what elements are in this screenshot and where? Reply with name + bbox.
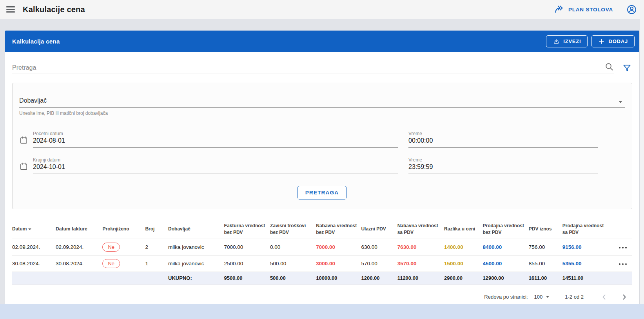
status-badge: Ne: [102, 243, 120, 252]
column-label: Prodajna vrednost sa PDV: [562, 223, 604, 235]
card-body: Dobavljač Unesite ime, PIB ili matični b…: [5, 52, 639, 309]
column-label: Datum: [12, 226, 27, 232]
end-time-label: Vreme: [408, 157, 598, 163]
total-cell-actions: [610, 272, 632, 284]
total-cell-nabavna-vrednost-bez-pdv: 10000.00: [316, 272, 361, 284]
column-label: Ulazni PDV: [361, 226, 386, 232]
column-label: Razlika u ceni: [444, 226, 475, 232]
plan-stolova-label: PLAN STOLOVA: [568, 7, 613, 13]
export-button[interactable]: IZVEZI: [546, 35, 588, 47]
cell-dobavljac: milka jovanovic: [168, 239, 224, 255]
sort-desc-icon: [28, 228, 31, 230]
chevron-down-icon: [619, 101, 622, 103]
end-time-row: Vreme: [408, 157, 598, 174]
table-row: 02.09.2024.02.09.2024.Ne2milka jovanovic…: [12, 239, 632, 255]
column-header-nabavna-vrednost-sa-pdv: Nabavna vrednost sa PDV: [397, 220, 444, 239]
cell-razlika-u-ceni: 1400.00: [444, 239, 483, 255]
column-label: Fakturna vrednost bez PDV: [224, 223, 265, 235]
calendar-icon[interactable]: [19, 162, 29, 172]
row-actions-button[interactable]: [619, 262, 629, 267]
rows-per-page-select[interactable]: 100: [534, 294, 550, 300]
total-cell-broj: [145, 272, 168, 284]
column-label: Proknjiženo: [102, 226, 129, 232]
export-label: IZVEZI: [563, 38, 581, 44]
cell-nabavna-vrednost-bez-pdv: 7000.00: [316, 239, 361, 255]
column-label: Zavisni troškovi bez PDV: [270, 223, 306, 235]
column-header-datum[interactable]: Datum: [12, 220, 56, 239]
plus-icon: [598, 38, 605, 45]
page-range-label: 1-2 od 2: [565, 294, 584, 300]
total-cell-razlika-u-ceni: 2900.00: [444, 272, 483, 284]
start-date-field: Početni datum: [33, 131, 398, 148]
column-label: Broj: [145, 226, 154, 232]
date-time-grid: Početni datum Vreme: [19, 121, 625, 174]
rows-per-page-value: 100: [534, 294, 543, 300]
supplier-label: Dobavljač: [19, 97, 619, 104]
filter-funnel-icon[interactable]: [622, 63, 632, 74]
start-time-row: Vreme: [408, 131, 598, 148]
cell-actions: [610, 255, 632, 272]
cell-datum: 30.08.2024.: [12, 255, 56, 272]
next-page-button[interactable]: [618, 291, 631, 303]
supplier-hint: Unesite ime, PIB ili matični broj dobavl…: [19, 111, 625, 116]
end-date-field: Krajnji datum: [33, 157, 398, 174]
cell-prodajna-vrednost-bez-pdv: 8400.00: [483, 239, 529, 255]
column-label: Prodajna vrednost bez PDV: [483, 223, 524, 235]
user-avatar-icon[interactable]: [626, 4, 637, 15]
cell-prodajna-vrednost-sa-pdv: 9156.00: [562, 239, 610, 255]
total-cell-fakturna-vrednost-bez-pdv: 9500.00: [224, 272, 270, 284]
cell-proknjizeno: Ne: [102, 239, 145, 255]
search-input[interactable]: [12, 64, 602, 71]
supplier-select[interactable]: Dobavljač: [19, 91, 625, 108]
cell-razlika-u-ceni: 1500.00: [444, 255, 483, 272]
total-cell-dobavljac: UKUPNO:: [168, 272, 224, 284]
total-cell-datum-fakture: [56, 272, 102, 284]
scrollbar-track[interactable]: [640, 0, 644, 319]
plan-stolova-link[interactable]: PLAN STOLOVA: [554, 5, 613, 14]
cell-nabavna-vrednost-sa-pdv: 7630.00: [397, 239, 444, 255]
cell-fakturna-vrednost-bez-pdv: 2500.00: [224, 255, 270, 272]
total-cell-datum: [12, 272, 56, 284]
chevron-down-icon: [546, 296, 549, 298]
chevron-right-icon: [620, 292, 629, 302]
add-button[interactable]: DODAJ: [591, 35, 635, 47]
results-table: DatumDatum faktureProknjiženoBrojDobavlj…: [12, 220, 632, 285]
calendar-icon[interactable]: [19, 136, 29, 146]
cell-dobavljac: milka jovanovic: [168, 255, 224, 272]
panel-actions: PRETRAGA: [19, 186, 625, 199]
page-title: Kalkulacije cena: [23, 5, 85, 14]
status-badge: Ne: [102, 259, 120, 268]
topbar-actions: PLAN STOLOVA: [554, 4, 637, 15]
bottom-accent-strip: [0, 304, 644, 319]
card-header-actions: IZVEZI DODAJ: [546, 35, 635, 47]
start-time-input[interactable]: [408, 137, 598, 144]
search-field: [12, 62, 614, 74]
cell-nabavna-vrednost-bez-pdv: 3000.00: [316, 255, 361, 272]
end-date-input[interactable]: [33, 163, 398, 170]
row-actions-button[interactable]: [619, 245, 629, 250]
column-header-proknjizeno: Proknjiženo: [102, 220, 145, 239]
cell-datum-fakture: 02.09.2024.: [56, 239, 102, 255]
end-date-row: Krajnji datum: [19, 157, 398, 174]
download-icon: [553, 38, 560, 45]
cell-datum: 02.09.2024.: [12, 239, 56, 255]
hamburger-menu-icon[interactable]: [4, 3, 17, 16]
cell-prodajna-vrednost-sa-pdv: 5355.00: [562, 255, 610, 272]
cell-prodajna-vrednost-bez-pdv: 4500.00: [483, 255, 529, 272]
start-date-input[interactable]: [33, 137, 398, 144]
search-icon: [605, 62, 614, 71]
start-date-row: Početni datum: [19, 131, 398, 148]
end-time-input[interactable]: [408, 163, 598, 170]
kalkulacija-card: Kalkulacija cena IZVEZI DO: [5, 31, 639, 309]
chevron-left-icon: [599, 292, 609, 302]
results-table-wrap: DatumDatum faktureProknjiženoBrojDobavlj…: [12, 220, 632, 285]
cell-pdv-iznos: 756.00: [529, 239, 562, 255]
column-header-prodajna-vrednost-bez-pdv: Prodajna vrednost bez PDV: [483, 220, 529, 239]
column-header-datum-fakture: Datum fakture: [56, 220, 102, 239]
column-label: Datum fakture: [56, 226, 87, 232]
cell-broj: 1: [145, 255, 168, 272]
column-header-actions: [610, 220, 632, 239]
search-submit-button[interactable]: PRETRAGA: [298, 186, 346, 199]
topbar: Kalkulacije cena PLAN STOLOVA: [0, 0, 644, 19]
previous-page-button[interactable]: [598, 291, 610, 303]
